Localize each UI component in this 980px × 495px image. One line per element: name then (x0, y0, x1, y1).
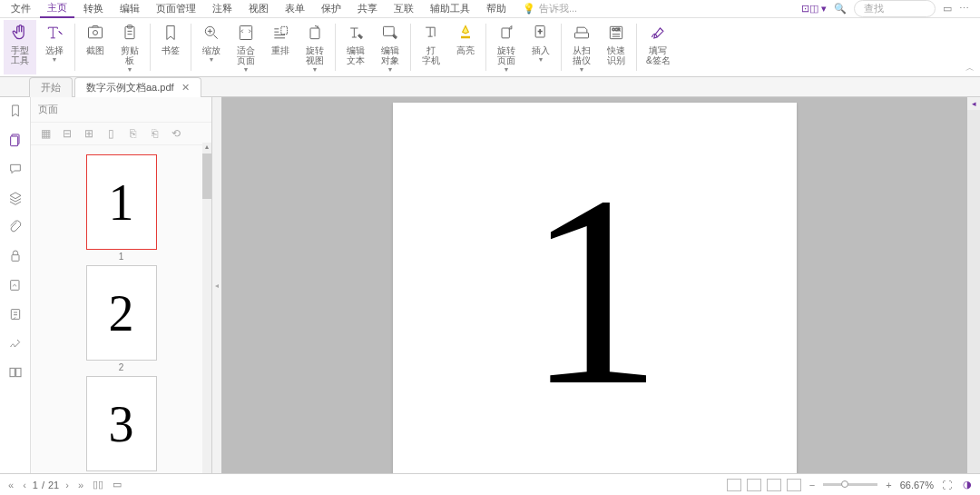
zoom-in-button[interactable]: + (883, 480, 894, 490)
thumb-del-icon[interactable]: ⎗ (147, 126, 162, 141)
ribbon-bookmark[interactable]: 书签 (154, 20, 187, 74)
thumb-item[interactable]: 1 1 (86, 154, 157, 262)
thumb-item[interactable]: 2 2 (86, 265, 157, 372)
menu-annotate[interactable]: 注释 (205, 0, 240, 17)
rotate-page-icon (495, 22, 517, 44)
thumbnails-icon[interactable]: ▯▯ (90, 479, 106, 490)
zoom-out-button[interactable]: − (807, 480, 818, 490)
page-layout-icon[interactable]: ▭ (110, 479, 124, 490)
menu-connect[interactable]: 互联 (387, 0, 421, 17)
tell-me[interactable]: 💡 告诉我... (515, 2, 584, 15)
scroll-thumb[interactable] (202, 153, 211, 199)
ribbon-from-scanner[interactable]: 从扫描仪 ▼ (565, 20, 598, 74)
typewriter-icon (420, 22, 442, 44)
svg-rect-12 (575, 33, 589, 38)
menu-form[interactable]: 表单 (278, 0, 312, 17)
fit-width-icon[interactable]: ⛶ (939, 480, 955, 490)
thumb-scrollbar[interactable]: ▴ (202, 143, 211, 473)
menu-help[interactable]: 帮助 (479, 0, 514, 17)
next-page-icon[interactable]: › (63, 480, 72, 490)
right-scrollbar[interactable] (967, 110, 980, 473)
prev-page-icon[interactable]: ‹ (20, 480, 29, 490)
view-facing-icon[interactable] (767, 479, 781, 491)
thumb-menu-icon[interactable]: ▦ (38, 126, 53, 141)
ribbon-fit-page[interactable]: 适合页面 ▼ (230, 20, 262, 74)
thumb-page-icon[interactable]: ▯ (103, 126, 118, 141)
scroll-up-icon[interactable]: ▴ (202, 143, 211, 153)
ribbon-reflow[interactable]: 重排 (264, 20, 297, 74)
view-single-icon[interactable] (727, 479, 741, 491)
ribbon-label: 旋转视图 (306, 45, 324, 65)
menu-share[interactable]: 共享 (350, 0, 385, 17)
thumbnails-panel: 页面 ▦ ⊟ ⊞ ▯ ⎘ ⎗ ⟲ 1 1 2 2 3 ▴ (31, 97, 212, 473)
menu-view[interactable]: 视图 (241, 0, 276, 17)
view-toggle[interactable]: ⊡◫ ▾ (801, 3, 827, 15)
thumb-page-2[interactable]: 2 (86, 265, 157, 361)
security-rail-icon[interactable] (7, 248, 24, 264)
cursor-text-icon (44, 22, 65, 44)
form-rail-icon[interactable] (7, 306, 24, 322)
menu-page-mgmt[interactable]: 页面管理 (149, 0, 203, 17)
thumb-num: 2 (119, 362, 124, 372)
thumb-replace-icon[interactable]: ⟲ (169, 126, 183, 141)
menu-edit[interactable]: 编辑 (113, 0, 147, 17)
signature-rail-icon[interactable] (7, 277, 24, 293)
ribbon-highlight[interactable]: 高亮 (449, 20, 482, 74)
ribbon-fill-sign[interactable]: 填写&签名 (641, 20, 676, 74)
splitter[interactable]: ◂ (212, 97, 221, 473)
tab-start[interactable]: 开始 (29, 77, 73, 97)
tab-label: 开始 (41, 81, 61, 94)
thumb-add-icon[interactable]: ⎘ (125, 126, 140, 141)
tab-document[interactable]: 数字示例文档aa.pdf ✕ (74, 77, 201, 97)
ribbon-edit-object[interactable]: 编辑对象 ▼ (374, 20, 407, 74)
zoom-value[interactable]: 66.67% (900, 480, 934, 490)
menu-assist[interactable]: 辅助工具 (423, 0, 477, 17)
comment-rail-icon[interactable] (7, 161, 24, 177)
ribbon-clipboard[interactable]: 剪贴板 ▼ (113, 20, 146, 74)
canvas-area[interactable]: 1 (221, 97, 967, 473)
ribbon-rotate-view[interactable]: 旋转视图 ▼ (299, 20, 331, 74)
layers-rail-icon[interactable] (7, 190, 24, 206)
more-icon[interactable]: ⋯ (959, 3, 969, 15)
page-current[interactable]: 1 (33, 480, 38, 490)
menu-protect[interactable]: 保护 (314, 0, 348, 17)
menu-home[interactable]: 主页 (40, 0, 74, 18)
sign-rail-icon[interactable] (7, 335, 24, 351)
menu-file[interactable]: 文件 (4, 0, 38, 17)
bookmark-rail-icon[interactable] (7, 103, 24, 119)
insert-icon: + (530, 22, 552, 44)
ribbon-zoom[interactable]: 缩放 ▼ (195, 20, 228, 74)
portfolio-rail-icon[interactable] (7, 364, 24, 381)
scanner-icon (571, 22, 593, 44)
view-facing-cont-icon[interactable] (787, 479, 801, 491)
thumb-list[interactable]: 1 1 2 2 3 (31, 145, 211, 473)
pages-rail-icon[interactable] (7, 132, 24, 148)
slider-thumb[interactable] (841, 480, 848, 488)
ribbon-hand-tool[interactable]: 手型工具 (4, 20, 36, 74)
ribbon-select[interactable]: 选择 ▼ (38, 20, 71, 74)
thumb-page-3[interactable]: 3 (86, 376, 157, 471)
thumb-zoom-out-icon[interactable]: ⊟ (60, 126, 74, 141)
ribbon-ocr[interactable]: OCR 快速识别 (600, 20, 632, 74)
ribbon-rotate-page[interactable]: 旋转页面 ▼ (490, 20, 523, 74)
ribbon-screenshot[interactable]: 截图 (79, 20, 112, 74)
thumb-item[interactable]: 3 (86, 376, 157, 471)
ribbon-insert[interactable]: + 插入 ▼ (524, 20, 557, 74)
ribbon-edit-text[interactable]: 编辑文本 (339, 20, 372, 74)
first-page-icon[interactable]: « (5, 480, 16, 490)
menu-convert[interactable]: 转换 (76, 0, 111, 17)
ribbon-typewriter[interactable]: 打字机 (415, 20, 447, 74)
ribbon-collapse-icon[interactable]: ▭ (943, 3, 952, 15)
read-mode-icon[interactable]: ◑ (960, 479, 975, 490)
view-continuous-icon[interactable] (747, 479, 761, 491)
zoom-slider[interactable] (823, 483, 877, 486)
thumb-page-1[interactable]: 1 (86, 154, 157, 250)
last-page-icon[interactable]: » (75, 480, 86, 490)
right-rail-expand[interactable]: ◂ (970, 97, 978, 110)
search-input[interactable]: 查找 (854, 0, 936, 17)
chevron-left-icon[interactable]: ◂ (214, 272, 220, 299)
ribbon-collapse[interactable]: ︿ (965, 62, 975, 74)
attachment-rail-icon[interactable] (7, 219, 24, 235)
close-icon[interactable]: ✕ (181, 82, 190, 94)
thumb-zoom-in-icon[interactable]: ⊞ (82, 126, 96, 141)
